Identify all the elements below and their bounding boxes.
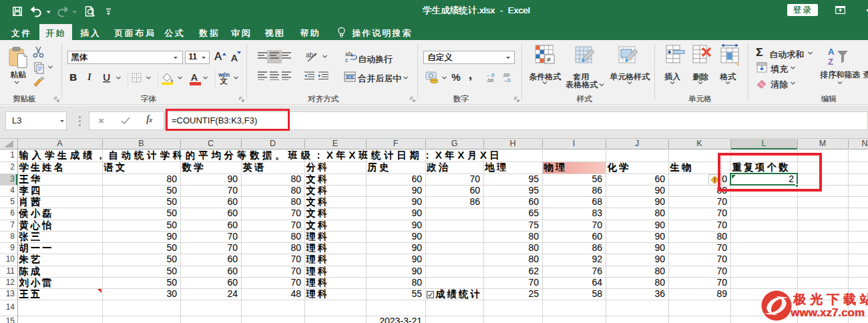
svg-text:.00: .00 (486, 77, 494, 83)
svg-text:≠: ≠ (547, 55, 551, 63)
svg-text:c: c (345, 57, 349, 63)
svg-text:A: A (828, 47, 835, 57)
svg-text:Z: Z (828, 57, 833, 67)
svg-text:→0: →0 (502, 77, 511, 83)
